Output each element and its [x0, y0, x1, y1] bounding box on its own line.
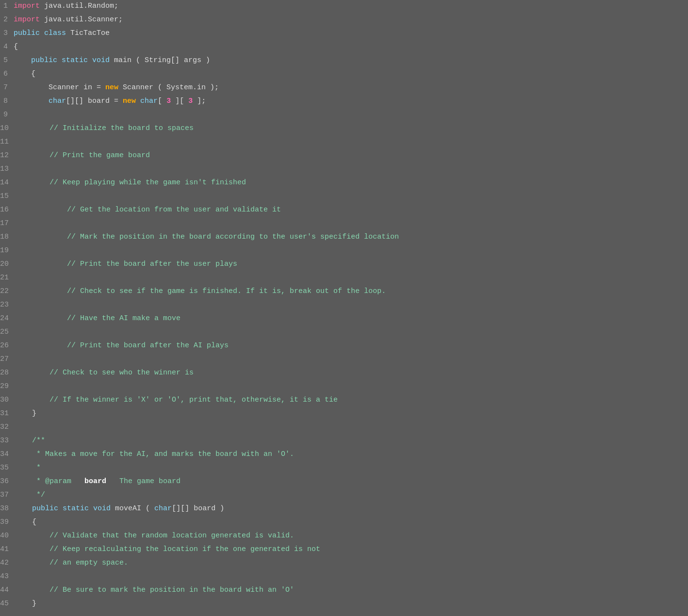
token: new [123, 97, 136, 105]
line-number: 38 [0, 503, 15, 514]
token: // Validate that the random location gen… [15, 532, 294, 540]
token: 3 [166, 97, 171, 105]
token: class [44, 29, 66, 37]
line-number: 24 [0, 313, 15, 324]
code-line: 39 { [0, 516, 688, 530]
code-line: 18 // Mark the position in the board acc… [0, 231, 688, 244]
line-content [15, 381, 688, 392]
line-content: // Initialize the board to spaces [15, 123, 688, 134]
token: */ [15, 491, 45, 499]
token: import [14, 2, 40, 10]
line-number: 22 [0, 286, 15, 297]
token: // Print the game board [15, 151, 150, 160]
token: ]; [193, 97, 206, 105]
line-number: 29 [0, 381, 15, 392]
line-content: } [15, 598, 688, 609]
code-line: 16 // Get the location from the user and… [0, 204, 688, 217]
code-line: 21 [0, 272, 688, 285]
code-line: 30 // If the winner is 'X' or 'O', print… [0, 394, 688, 407]
line-number: 36 [0, 476, 15, 487]
token: new [105, 83, 118, 92]
line-number: 33 [0, 435, 15, 446]
line-number: 13 [0, 163, 15, 175]
code-editor: 1import java.util.Random;2import java.ut… [0, 0, 688, 616]
line-number: 27 [0, 354, 15, 365]
line-content [14, 109, 688, 120]
line-content: // Print the board after the user plays [15, 259, 688, 270]
token: // Mark the position in the board accord… [15, 233, 399, 241]
token: } [15, 409, 36, 418]
line-content [15, 163, 688, 175]
line-content [15, 272, 688, 283]
token: public [15, 504, 58, 513]
line-number: 12 [0, 150, 15, 161]
line-content: public static void main ( String[] args … [14, 55, 688, 66]
line-number: 25 [0, 326, 15, 338]
line-content: // Have the AI make a move [15, 313, 688, 324]
token: ][ [171, 97, 188, 105]
token: * Makes a move for the AI, and marks the… [15, 450, 294, 458]
line-number: 42 [0, 557, 15, 568]
line-content: // Print the game board [15, 150, 688, 161]
token: void [93, 504, 111, 513]
line-number: 39 [0, 517, 15, 528]
line-number: 15 [0, 191, 15, 202]
code-line: 15 [0, 190, 688, 204]
token: TicTacToe [66, 29, 110, 37]
code-line: 22 // Check to see if the game is finish… [0, 285, 688, 299]
code-line: 24 // Have the AI make a move [0, 312, 688, 326]
line-content: // Check to see who the winner is [15, 367, 688, 378]
code-line: 29 [0, 380, 688, 394]
line-number: 35 [0, 462, 15, 473]
line-content: // Get the location from the user and va… [15, 204, 688, 215]
line-number: 28 [0, 367, 15, 378]
token: // Check to see if the game is finished.… [15, 287, 386, 295]
code-line: 25 [0, 326, 688, 340]
line-content: Scanner in = new Scanner ( System.in ); [14, 82, 688, 93]
token [88, 56, 92, 65]
token: static [62, 56, 88, 65]
code-line: 43 [0, 570, 688, 584]
code-line: 4{ [0, 41, 688, 54]
line-content: { [14, 68, 688, 80]
code-line: 10 // Initialize the board to spaces [0, 122, 688, 136]
code-line: 17 [0, 217, 688, 231]
token: { [14, 70, 35, 78]
code-line: 19 [0, 244, 688, 258]
line-content [15, 326, 688, 338]
line-number: 34 [0, 449, 15, 460]
code-line: 26 // Print the board after the AI plays [0, 340, 688, 353]
token: 3 [188, 97, 193, 105]
token: // Be sure to mark the position in the b… [15, 586, 294, 594]
line-content: * Makes a move for the AI, and marks the… [15, 449, 688, 460]
code-line: 44 // Be sure to mark the position in th… [0, 584, 688, 598]
code-line: 23 [0, 299, 688, 312]
token: char [49, 97, 66, 105]
code-line: 7 Scanner in = new Scanner ( System.in )… [0, 81, 688, 95]
line-number: 10 [0, 123, 15, 134]
line-number: 17 [0, 218, 15, 229]
line-content [15, 136, 688, 147]
code-line: 5 public static void main ( String[] arg… [0, 54, 688, 68]
code-line: 27 [0, 353, 688, 367]
code-line: 32 [0, 421, 688, 435]
line-number: 2 [0, 14, 14, 25]
line-number: 4 [0, 41, 14, 52]
line-content: import java.util.Scanner; [14, 14, 688, 25]
line-content: { [14, 41, 688, 52]
line-content [15, 354, 688, 365]
token: // Keep recalculating the location if th… [15, 545, 320, 553]
token: void [92, 56, 110, 65]
code-line: 37 */ [0, 489, 688, 503]
token: // Print the board after the user plays [15, 260, 237, 268]
line-content: public static void moveAI ( char[][] boa… [15, 503, 688, 514]
token [58, 504, 63, 513]
token: // Check to see who the winner is [15, 369, 194, 377]
code-line: 41 // Keep recalculating the location if… [0, 543, 688, 557]
line-number: 3 [0, 28, 14, 39]
line-content: // Print the board after the AI plays [15, 340, 688, 351]
line-number: 45 [0, 598, 15, 609]
code-line: 13 [0, 163, 688, 177]
code-line: 1import java.util.Random; [0, 0, 688, 14]
line-content: char[][] board = new char[ 3 ][ 3 ]; [14, 96, 688, 107]
